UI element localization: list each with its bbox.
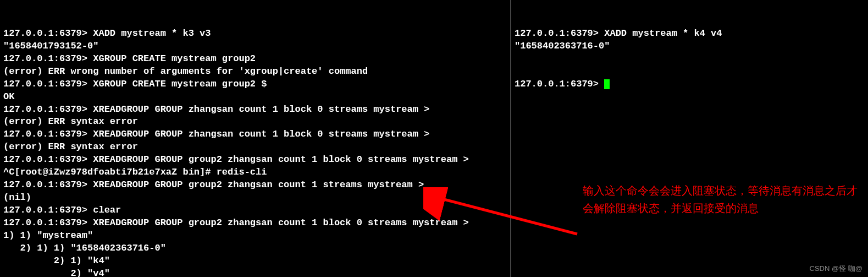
terminal-line: 127.0.0.1:6379> XREADGROUP GROUP zhangsa… (3, 128, 507, 141)
terminal-left-output: 127.0.0.1:6379> XADD mystream * k3 v3"16… (3, 28, 507, 277)
terminal-line: 127.0.0.1:6379> XGROUP CREATE mystream g… (3, 53, 507, 66)
terminal-line: (error) ERR wrong number of arguments fo… (3, 66, 507, 78)
terminal-line: (error) ERR syntax error (3, 116, 507, 128)
terminal-line: 2) "v4" (3, 268, 507, 277)
terminal-line: "1658401793152-0" (3, 40, 507, 53)
terminal-line: 2) 1) 1) "1658402363716-0" (3, 242, 507, 255)
terminal-line: ^C[root@iZwz978dfoabti7b21e7xaZ bin]# re… (3, 166, 507, 179)
terminal-line: 127.0.0.1:6379> XREADGROUP GROUP group2 … (3, 217, 507, 230)
terminal-line: 127.0.0.1:6379> XREADGROUP GROUP group2 … (3, 179, 507, 192)
terminal-line: 127.0.0.1:6379> XADD mystream * k3 v3 (3, 28, 507, 40)
annotation-text: 输入这个命令会会进入阻塞状态，等待消息有消息之后才会解除阻塞状态，并返回接受的消… (583, 182, 858, 217)
terminal-line: 127.0.0.1:6379> clear (3, 204, 507, 217)
terminal-line: OK (3, 91, 507, 104)
terminal-line: 127.0.0.1:6379> XGROUP CREATE mystream g… (3, 78, 507, 91)
terminal-right-prompt-line[interactable]: 127.0.0.1:6379> (515, 78, 865, 91)
split-terminal-container: 127.0.0.1:6379> XADD mystream * k3 v3"16… (0, 0, 868, 277)
terminal-line: (error) ERR syntax error (3, 141, 507, 154)
terminal-right-output: 127.0.0.1:6379> XADD mystream * k4 v4"16… (515, 28, 865, 53)
terminal-left-pane[interactable]: 127.0.0.1:6379> XADD mystream * k3 v3"16… (0, 0, 511, 277)
terminal-line: "1658402363716-0" (515, 40, 865, 53)
terminal-right-pane[interactable]: 127.0.0.1:6379> XADD mystream * k4 v4"16… (511, 0, 868, 277)
terminal-line: 1) 1) "mystream" (3, 230, 507, 242)
terminal-line: 127.0.0.1:6379> XADD mystream * k4 v4 (515, 28, 865, 40)
cursor-icon (604, 79, 610, 89)
terminal-right-prompt: 127.0.0.1:6379> (515, 79, 604, 89)
terminal-line: (nil) (3, 192, 507, 204)
terminal-line: 127.0.0.1:6379> XREADGROUP GROUP zhangsa… (3, 104, 507, 116)
terminal-line: 2) 1) "k4" (3, 255, 507, 268)
watermark-text: CSDN @怪 咖@ (810, 264, 863, 274)
terminal-line: 127.0.0.1:6379> XREADGROUP GROUP group2 … (3, 154, 507, 166)
